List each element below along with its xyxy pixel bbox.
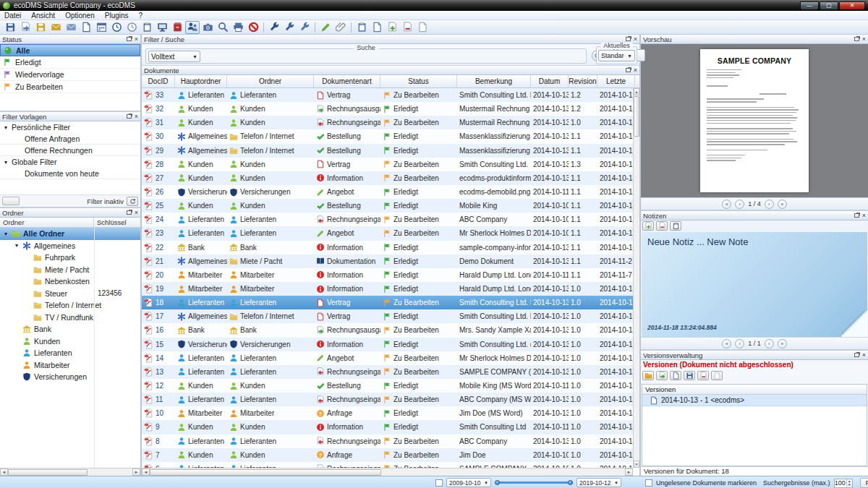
expander-icon[interactable]: ▾ — [3, 124, 9, 131]
last-page-icon[interactable]: » — [778, 200, 787, 209]
document-row-27[interactable]: 27KundenKundenInformationZu Bearbeitenec… — [142, 171, 639, 185]
search-documents-button[interactable] — [216, 21, 230, 34]
document-row-7[interactable]: 7KundenKundenAnfrageZu BearbeitenJim Doe… — [142, 448, 639, 462]
document-row-13[interactable]: 13LieferantenLieferantenRechnungseingang… — [142, 365, 639, 379]
column-header-ordner[interactable]: Ordner — [0, 218, 94, 227]
document-row-10[interactable]: 10MitarbeiterMitarbeiterAnfrageErledigtJ… — [142, 406, 639, 420]
search-mode-dropdown[interactable]: Volltext▼ — [148, 51, 200, 62]
calendar-button[interactable] — [94, 21, 109, 34]
document-preview[interactable]: SAMPLE COMPANY — [641, 44, 868, 197]
edit-note-button[interactable] — [318, 21, 333, 34]
versions-list-header[interactable]: Versionen — [642, 385, 867, 395]
filter-group-globale-filter[interactable]: ▾Globale Filter — [0, 156, 140, 168]
undock-icon[interactable] — [626, 68, 631, 72]
sticky-note[interactable]: Neue Notiz ... New Note 2014-11-18 13:24… — [642, 232, 867, 337]
status-item-wiedervorlage[interactable]: Wiedervorlage — [0, 69, 140, 81]
undock-icon[interactable] — [127, 37, 132, 41]
archive-dropdown[interactable]: Standard Archive▼ — [598, 50, 635, 61]
folder-item-nebenkosten[interactable]: Nebenkosten — [0, 275, 140, 288]
history-button[interactable] — [124, 21, 139, 34]
expander-icon[interactable]: ▾ — [14, 242, 20, 249]
folder-item-steuer[interactable]: Steuer123456 — [0, 288, 140, 300]
close-panel-icon[interactable]: × — [634, 36, 637, 42]
mark-unread-checkbox[interactable] — [645, 479, 652, 487]
slider-handle-right[interactable] — [568, 480, 573, 485]
slider-handle-left[interactable] — [495, 480, 500, 485]
folder-camera-button[interactable] — [200, 21, 215, 34]
close-panel-icon[interactable]: × — [135, 36, 138, 42]
prev-note-icon[interactable]: ‹ — [735, 339, 744, 348]
version-new-button[interactable] — [711, 371, 723, 380]
version-save-button[interactable] — [684, 371, 695, 380]
document-row-22[interactable]: 22BankBankInformationErledigtsample-comp… — [142, 241, 639, 254]
first-page-icon[interactable]: « — [722, 200, 731, 209]
folder-item-versicherungen[interactable]: Versicherungen — [0, 371, 140, 383]
document-row-17[interactable]: 17AllgemeinesTelefon / InternetVertragEr… — [142, 309, 639, 323]
scroll-right-icon[interactable]: ► — [625, 468, 633, 476]
undock-icon[interactable] — [854, 37, 859, 41]
column-header-revision[interactable]: Revision — [569, 75, 597, 87]
folder-item-allgemeines[interactable]: ▾Allgemeines — [0, 240, 140, 252]
clipboard-button[interactable] — [354, 21, 369, 34]
scroll-left-icon[interactable]: ◄ — [142, 468, 150, 476]
document-row-33[interactable]: 33LieferantenLieferantenVertragZu Bearbe… — [142, 88, 639, 102]
first-note-icon[interactable]: « — [722, 339, 731, 348]
stop-button[interactable] — [246, 21, 260, 34]
document-row-20[interactable]: 20MitarbeiterMitarbeiterInformationErled… — [142, 268, 639, 282]
version-delete-button[interactable] — [697, 371, 709, 380]
document-row-30[interactable]: 30AllgemeinesTelefon / InternetBestellun… — [142, 129, 639, 143]
print-preview-button[interactable] — [231, 21, 245, 34]
folder-item-fuhrpark[interactable]: Fuhrpark — [0, 252, 140, 264]
folders-hscrollbar[interactable]: ◄ ► — [0, 468, 140, 476]
date-range-slider[interactable] — [495, 478, 573, 487]
maximize-button[interactable]: ▢ — [820, 1, 838, 10]
menu-item-optionen[interactable]: Optionen — [65, 12, 95, 20]
date-filter-checkbox[interactable] — [435, 479, 443, 487]
document-row-23[interactable]: 23LieferantenLieferantenAngebotZu Bearbe… — [142, 226, 639, 240]
scroll-left-icon[interactable]: ◄ — [0, 468, 8, 476]
undock-icon[interactable] — [127, 114, 132, 119]
documents-hscrollbar[interactable]: ◄ ► — [142, 468, 633, 476]
settings-button[interactable] — [267, 21, 281, 34]
document-row-12[interactable]: 12KundenKundenBestellungErledigtMobile K… — [142, 379, 639, 393]
folder-item-lieferanten[interactable]: Lieferanten — [0, 347, 140, 359]
undock-icon[interactable] — [127, 210, 132, 215]
undock-icon[interactable] — [854, 213, 859, 218]
user-settings-button[interactable] — [282, 21, 297, 34]
document-row-14[interactable]: 14LieferantenLieferantenAngebotZu Bearbe… — [142, 351, 639, 365]
last-note-icon[interactable]: » — [778, 339, 787, 348]
edit-document-button[interactable] — [79, 21, 93, 34]
document-row-16[interactable]: 16BankBankRechnungsausgangZu BearbeitenM… — [142, 323, 639, 337]
version-edit-button[interactable] — [670, 371, 681, 380]
scroll-up-icon[interactable]: ▲ — [634, 88, 639, 95]
close-panel-icon[interactable]: × — [862, 36, 866, 42]
send-email-button[interactable] — [48, 21, 63, 34]
expander-icon[interactable]: ▾ — [3, 231, 9, 237]
monitor-button[interactable] — [155, 21, 169, 34]
archive-box-button[interactable] — [170, 21, 184, 34]
document-row-25[interactable]: 25KundenKundenBestellungErledigtMobile K… — [142, 199, 639, 213]
document-row-24[interactable]: 24LieferantenLieferantenRechnungseingang… — [142, 213, 639, 226]
column-header-schluessel[interactable]: Schlüssel — [94, 218, 129, 227]
filter-item-offene-rechnungen[interactable]: Offene Rechnungen — [0, 145, 140, 156]
column-header-docid[interactable]: DocID — [142, 75, 175, 87]
folder-item-alle-ordner[interactable]: ▾Alle Ordner — [0, 228, 140, 240]
document-row-28[interactable]: 28KundenKundenVertragZu BearbeitenSmith … — [142, 158, 639, 171]
scrollbar-thumb[interactable] — [150, 469, 381, 476]
filter-item-dokumente-von-heute[interactable]: Dokumente von heute — [0, 168, 140, 179]
email-archive-button[interactable] — [64, 21, 78, 34]
undock-icon[interactable] — [626, 37, 631, 41]
column-header-status[interactable]: Status — [380, 75, 457, 87]
scroll-right-icon[interactable]: ► — [132, 468, 140, 476]
close-panel-icon[interactable]: × — [634, 67, 637, 73]
new-document-button[interactable] — [370, 21, 384, 34]
column-header-datum[interactable]: Datum — [531, 75, 569, 87]
status-item-erledigt[interactable]: Erledigt — [0, 56, 140, 69]
toggle-filter-button[interactable] — [127, 197, 138, 206]
column-header-hauptordner[interactable]: Hauptordner — [175, 75, 227, 87]
index-cards-button[interactable] — [140, 21, 154, 34]
document-row-29[interactable]: 29AllgemeinesTelefon / InternetBestellun… — [142, 144, 639, 158]
column-header-dokumentenart[interactable]: Dokumentenart — [314, 75, 380, 87]
blank-document-button[interactable] — [415, 21, 430, 34]
close-panel-icon[interactable]: × — [862, 352, 866, 358]
